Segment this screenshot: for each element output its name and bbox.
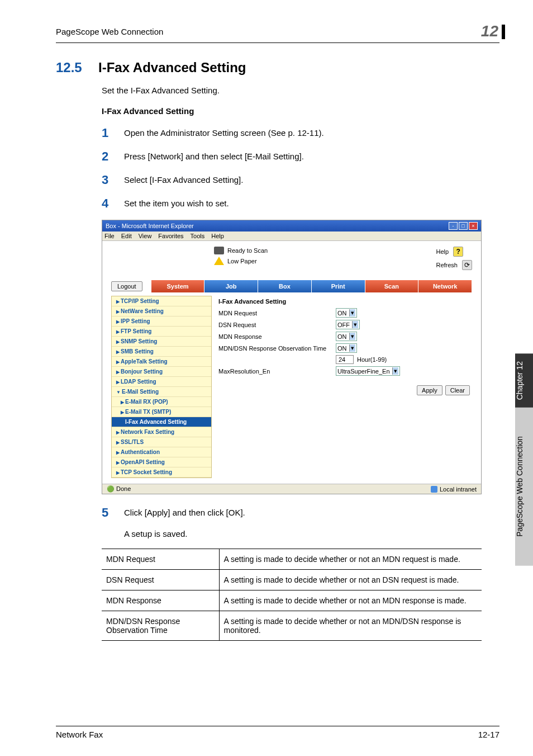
description-table: MDN Request A setting is made to decide …	[102, 549, 482, 641]
cell-key: MDN Response	[102, 590, 219, 611]
sidebar-item-tcpip[interactable]: TCP/IP Setting	[112, 296, 211, 306]
logout-button[interactable]: Logout	[111, 281, 142, 291]
tab-system[interactable]: System	[151, 280, 205, 292]
page-status-header: Ready to Scan Low Paper Help ? Refresh ⟳	[102, 241, 481, 276]
sidebar-item-email-rx[interactable]: E-Mail RX (POP)	[112, 397, 211, 407]
refresh-link[interactable]: Refresh	[436, 262, 458, 268]
subheading: I-Fax Advanced Setting	[102, 106, 499, 116]
sidebar-item-snmp[interactable]: SNMP Setting	[112, 337, 211, 347]
main-area: TCP/IP Setting NetWare Setting IPP Setti…	[102, 292, 481, 484]
page-footer: Network Fax 12-17	[56, 726, 499, 739]
step-1: 1 Open the Administrator Setting screen …	[102, 126, 499, 140]
sidebar-item-networkfax[interactable]: Network Fax Setting	[112, 427, 211, 437]
sidebar-item-appletalk[interactable]: AppleTalk Setting	[112, 357, 211, 367]
footer-right: 12-17	[478, 730, 499, 739]
page-header: PageScope Web Connection 12	[56, 22, 499, 43]
menu-edit[interactable]: Edit	[121, 233, 132, 239]
refresh-icon[interactable]: ⟳	[462, 260, 472, 270]
header-right-column: Help ? Refresh ⟳	[436, 247, 472, 273]
side-tab-chapter: Chapter 12	[515, 353, 533, 408]
sidebar-item-ipp[interactable]: IPP Setting	[112, 316, 211, 327]
step-4: 4 Set the item you wish to set.	[102, 196, 499, 211]
steps-list: 1 Open the Administrator Setting screen …	[102, 126, 499, 211]
status-ready: Ready to Scan	[214, 247, 268, 254]
sidebar-item-ifax-advanced[interactable]: I-Fax Advanced Setting	[112, 417, 211, 427]
help-link[interactable]: Help	[436, 248, 449, 255]
apply-button[interactable]: Apply	[417, 385, 442, 395]
sidebar-item-ssltls[interactable]: SSL/TLS	[112, 437, 211, 447]
select-obs-time[interactable]: ON	[336, 343, 357, 353]
status-ready-label: Ready to Scan	[227, 247, 268, 254]
step-number: 4	[102, 196, 124, 211]
close-icon[interactable]: ×	[469, 222, 478, 230]
sidebar-item-tcpsocket[interactable]: TCP Socket Setting	[112, 467, 211, 478]
warning-icon	[214, 257, 224, 265]
intranet-icon	[431, 486, 437, 493]
zone-text: Local intranet	[440, 486, 477, 493]
tab-scan[interactable]: Scan	[365, 280, 419, 292]
sidebar-item-email-tx[interactable]: E-Mail TX (SMTP)	[112, 407, 211, 417]
window-title: Box - Microsoft Internet Explorer	[106, 223, 194, 229]
select-mdn-request[interactable]: ON	[336, 308, 357, 318]
clear-button[interactable]: Clear	[445, 385, 470, 395]
row-label-mdn-response: MDN Response	[218, 333, 336, 340]
status-column: Ready to Scan Low Paper	[214, 247, 268, 267]
step-text: Open the Administrator Setting screen (S…	[124, 126, 324, 138]
table-row: MDN Request A setting is made to decide …	[102, 549, 482, 570]
sidebar-item-bonjour[interactable]: Bonjour Setting	[112, 367, 211, 377]
cell-key: MDN/DSN Response Observation Time	[102, 611, 219, 641]
section-title-text: I-Fax Advanced Setting	[98, 60, 246, 75]
content-panel: I-Fax Advanced Setting MDN Request ON DS…	[216, 296, 472, 478]
screenshot-window: Box - Microsoft Internet Explorer - □ × …	[102, 220, 482, 494]
side-tab: Chapter 12 PageScope Web Connection	[515, 353, 533, 566]
step-number: 3	[102, 173, 124, 187]
status-zone: Local intranet	[431, 486, 477, 493]
help-icon[interactable]: ?	[453, 247, 463, 257]
sidebar-item-openapi[interactable]: OpenAPI Setting	[112, 457, 211, 467]
step-number: 5	[102, 505, 124, 520]
step-number: 2	[102, 149, 124, 164]
table-row: DSN Request A setting is made to decide …	[102, 570, 482, 590]
menu-help[interactable]: Help	[211, 233, 224, 239]
menu-view[interactable]: View	[139, 233, 152, 239]
menu-favorites[interactable]: Favorites	[158, 233, 183, 239]
select-maxres[interactable]: UltraSuperFine_En	[336, 366, 400, 376]
table-row: MDN Response A setting is made to decide…	[102, 590, 482, 611]
tab-box[interactable]: Box	[258, 280, 312, 292]
sidebar-item-ftp[interactable]: FTP Setting	[112, 327, 211, 337]
select-mdn-response[interactable]: ON	[336, 332, 357, 341]
tab-network[interactable]: Network	[418, 280, 472, 292]
table-row: MDN/DSN Response Observation Time A sett…	[102, 611, 482, 641]
sidebar-item-netware[interactable]: NetWare Setting	[112, 306, 211, 316]
cell-val: A setting is made to decide whether or n…	[219, 549, 482, 570]
sidebar-item-smb[interactable]: SMB Setting	[112, 347, 211, 357]
window-titlebar: Box - Microsoft Internet Explorer - □ ×	[102, 220, 481, 231]
step-text: Click [Apply] and then click [OK].	[124, 505, 245, 517]
input-hours[interactable]: 24	[336, 355, 354, 364]
window-buttons: - □ ×	[449, 222, 478, 230]
maximize-icon[interactable]: □	[459, 222, 468, 230]
sidebar: TCP/IP Setting NetWare Setting IPP Setti…	[111, 296, 212, 478]
steps-list-5: 5 Click [Apply] and then click [OK].	[102, 505, 499, 520]
sidebar-item-ldap[interactable]: LDAP Setting	[112, 377, 211, 387]
step-text: Select [I-Fax Advanced Setting].	[124, 173, 243, 185]
tab-job[interactable]: Job	[204, 280, 258, 292]
step-2: 2 Press [Network] and then select [E-Mai…	[102, 149, 499, 164]
menu-file[interactable]: File	[104, 233, 115, 239]
sidebar-item-auth[interactable]: Authentication	[112, 447, 211, 457]
cell-val: A setting is made to decide whether or n…	[219, 590, 482, 611]
minimize-icon[interactable]: -	[449, 222, 458, 230]
browser-body: Ready to Scan Low Paper Help ? Refresh ⟳	[102, 241, 481, 494]
section-number: 12.5	[56, 60, 89, 75]
section-intro: Set the I-Fax Advanced Setting.	[102, 86, 499, 95]
header-left: PageScope Web Connection	[56, 27, 163, 36]
menu-tools[interactable]: Tools	[191, 233, 205, 239]
tab-print[interactable]: Print	[312, 280, 365, 292]
step-text: Set the item you wish to set.	[124, 196, 229, 208]
tab-row: Logout System Job Box Print Scan Network	[102, 276, 481, 292]
step-3: 3 Select [I-Fax Advanced Setting].	[102, 173, 499, 187]
menubar: File Edit View Favorites Tools Help	[102, 231, 481, 241]
row-label-mdn-request: MDN Request	[218, 310, 336, 316]
sidebar-item-email[interactable]: E-Mail Setting	[112, 387, 211, 397]
select-dsn-request[interactable]: OFF	[336, 320, 360, 329]
